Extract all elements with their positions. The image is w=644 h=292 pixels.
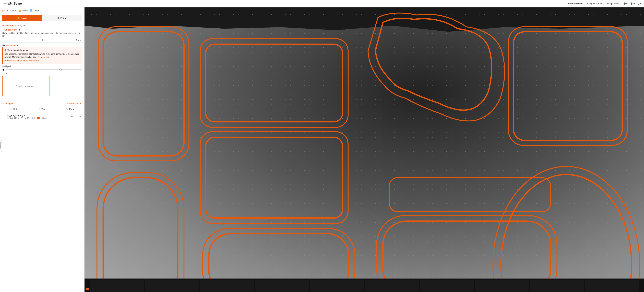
tab-datei[interactable]: 📄 Datei xyxy=(0,106,28,113)
warn-text: Das Vorschau-Kamerabild ist möglicherwei… xyxy=(4,52,80,59)
brightness-slider[interactable] xyxy=(6,69,82,70)
zoom-section: Zoom: Scrolle zum zoomen xyxy=(2,71,82,96)
position-sub-icon: ✛ xyxy=(6,117,8,119)
nav-designbibliothek[interactable]: designbibliothek xyxy=(587,2,602,5)
tab-text[interactable]: A Text xyxy=(28,106,56,113)
main-layout: [S] Status: 🔔 Bereit 🌐 Online ⚡ Laser ⏸ … xyxy=(0,7,644,292)
brightness-slider-row: ◑ xyxy=(2,69,82,71)
sidebar: [S] Status: 🔔 Bereit 🌐 Online ⚡ Laser ⏸ … xyxy=(0,7,84,292)
zoom-box[interactable]: Scrolle zum zoomen xyxy=(2,76,50,96)
brightness-low-icon: ◑ xyxy=(2,69,4,71)
reset-icon: ✕ xyxy=(66,102,68,105)
svg-rect-9 xyxy=(97,173,184,292)
navbar-right: ⏻ ▾ 👤 ▾ ☰ ▾ xyxy=(624,2,641,5)
support-tab[interactable]: Support xyxy=(0,140,2,152)
pause-label: Pause xyxy=(60,17,67,19)
menu-button[interactable]: ☰ ▾ xyxy=(638,2,641,5)
camera-icon: 📷 xyxy=(2,44,5,46)
user-caret: ▾ xyxy=(634,2,635,5)
pause-icon: ⏸ xyxy=(57,17,59,19)
vorschau-header: 📷 Vorschau: ▾ xyxy=(2,44,82,46)
rotate-item-button[interactable]: ↺ xyxy=(70,115,74,118)
laser-btn-row: ⚡ Laser ⏸ Pause xyxy=(0,13,84,23)
list-icon: ≡ xyxy=(2,102,4,105)
svg-rect-2 xyxy=(206,44,342,122)
online-icon: 🌐 xyxy=(30,9,32,12)
position-row: ✛ Position: ▾ 507, 390 xyxy=(0,23,84,27)
bottom-strip-9 xyxy=(530,280,584,292)
warn-circle xyxy=(4,49,6,51)
pause-button[interactable]: ⏸ Pause xyxy=(42,15,82,21)
dot-red: • xyxy=(618,2,619,5)
vorschau-label[interactable]: Vorschau: ▾ xyxy=(6,44,18,46)
status-online: 🌐 Online xyxy=(30,9,39,12)
laser-icon: ⚡ xyxy=(17,16,20,19)
power-icon: ⏻ xyxy=(624,2,626,5)
close-item-button[interactable]: ✕ xyxy=(78,115,82,118)
brightness-thumb[interactable] xyxy=(59,69,62,71)
badge-oba: OBA xyxy=(42,117,46,119)
objekt-slider-row: 9 mm xyxy=(2,39,82,41)
designs-title[interactable]: ≡ Designs xyxy=(2,102,13,105)
objekt-caret: ▾ xyxy=(19,28,20,31)
objekt-height-unit: mm xyxy=(78,39,82,41)
nav-arbeitsbereich[interactable]: arbeitsbereich xyxy=(568,2,583,5)
color-badge xyxy=(37,117,40,119)
bottom-strip-10 xyxy=(585,280,639,292)
svg-rect-4 xyxy=(514,32,622,141)
laser-label: Laser xyxy=(21,17,28,19)
position-label[interactable]: Position: ▾ xyxy=(5,24,16,27)
status-bar: [S] Status: 🔔 Bereit 🌐 Online xyxy=(0,7,84,13)
zoom-label: Zoom: xyxy=(2,72,82,75)
design-tabs: 📄 Datei A Text ♡ Form xyxy=(0,106,84,113)
design-item-info: Eis_am_Stiel.svg.1 ✛ 5.0, 156.5 ↻ 0.0 ° … xyxy=(6,114,69,119)
status-label: Status: xyxy=(10,9,17,12)
canvas-area[interactable] xyxy=(84,7,644,292)
svg-rect-3 xyxy=(200,39,348,128)
heart-form-icon: ♡ xyxy=(66,108,68,110)
objekt-height-slider[interactable] xyxy=(2,40,70,40)
hilf-uns-link[interactable]: ❤ ❤ Hilf uns, Mr Beam zu verbessern xyxy=(4,59,80,62)
logo: 👓 Mr. Beam xyxy=(3,1,22,6)
mehr-info-link[interactable]: 🔗 Mehr Info xyxy=(38,56,49,58)
svg-point-12 xyxy=(501,174,632,292)
file-icon: 📄 xyxy=(10,108,12,110)
svg-rect-0 xyxy=(103,32,184,156)
user-icon: 👤 xyxy=(630,2,633,5)
svg-rect-7 xyxy=(200,132,348,223)
bottom-strip-4 xyxy=(255,280,309,292)
laser-button[interactable]: ⚡ Laser xyxy=(2,15,42,21)
bottom-strip-5 xyxy=(310,280,364,292)
helligkeit-section: Helligkeit: ◑ xyxy=(2,65,82,71)
svg-rect-6 xyxy=(206,137,342,218)
power-button[interactable]: ⏻ ▾ xyxy=(624,2,628,5)
bottom-strip-1 xyxy=(90,280,144,292)
design-item-name: Eis_am_Stiel.svg.1 xyxy=(6,114,69,117)
warn-title: Vorschau nicht genau: xyxy=(4,49,80,52)
rotation-icon: ↻ xyxy=(21,117,23,119)
camera-background xyxy=(84,7,644,292)
reset-button[interactable]: ✕ Zurücksetzen xyxy=(66,102,82,105)
design-item-sub: ✛ 5.0, 156.5 ↻ 0.0 ° ABC OBA xyxy=(6,117,69,119)
support-label: Support xyxy=(0,143,1,149)
status-bereit: 🔔 Bereit xyxy=(18,9,28,12)
design-panel: ≡ Designs ✕ Zurücksetzen 📄 Datei A Text xyxy=(0,101,84,121)
position-caret: ▾ xyxy=(16,24,16,27)
bottom-strip-7 xyxy=(420,280,474,292)
bottom-strip-6 xyxy=(365,280,419,292)
objekt-label[interactable]: Objekt-Höhe: ▾ xyxy=(4,28,20,31)
design-item-icon: — xyxy=(2,115,5,118)
bottom-strip-2 xyxy=(145,280,199,292)
menu-caret: ▾ xyxy=(640,2,641,5)
user-button[interactable]: 👤 ▾ xyxy=(630,2,635,5)
design-header: ≡ Designs ✕ Zurücksetzen xyxy=(0,101,84,106)
canvas-bottom-indicator xyxy=(86,288,89,290)
nav-design-store[interactable]: design-store• xyxy=(606,2,619,5)
logo-text: Mr. Beam xyxy=(8,2,22,5)
laser-paths-svg xyxy=(84,7,644,292)
objekt-icon: ⬦ xyxy=(2,28,4,31)
svg-rect-16 xyxy=(389,178,551,212)
objekt-height-value: 9 xyxy=(72,39,77,41)
add-item-button[interactable]: + xyxy=(75,115,78,118)
tab-form[interactable]: ♡ Form xyxy=(56,106,84,113)
